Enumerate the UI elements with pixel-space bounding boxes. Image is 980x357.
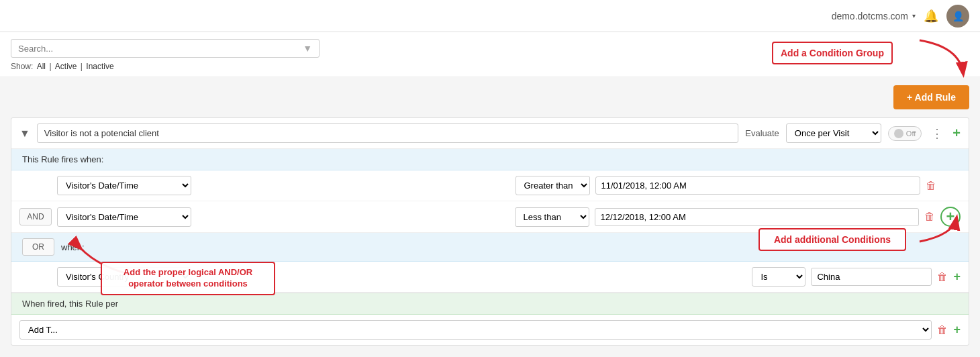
or-header-label: when:	[61, 242, 85, 252]
and-logic-button[interactable]: AND	[19, 208, 52, 225]
or-section-header: OR when:	[11, 233, 969, 262]
delete-condition-button-1[interactable]: 🗑	[926, 180, 936, 192]
rule-toggle[interactable]: Off	[888, 126, 922, 141]
search-bar-row: ▼ Show: All | Active | Inactive	[0, 32, 980, 77]
filter-all-link[interactable]: All	[37, 62, 46, 71]
add-condition-button-3[interactable]: +	[953, 270, 961, 284]
condition-op-select-3[interactable]: Is Is not	[752, 267, 805, 287]
top-actions-row: + Add Rule	[0, 77, 980, 117]
condition-op-select-1[interactable]: Greater than Less than Equals	[516, 176, 590, 195]
show-filter: Show: All | Active | Inactive	[11, 62, 969, 71]
condition-type-select-2[interactable]: Visitor's Date/Time	[57, 207, 191, 227]
top-header: demo.dotcms.com ▾ 🔔 👤	[0, 0, 980, 32]
domain-label: demo.dotcms.com	[832, 11, 908, 21]
condition-value-input-2[interactable]	[595, 208, 920, 226]
filter-icon: ▼	[303, 43, 312, 54]
search-container: ▼	[11, 39, 320, 58]
add-condition-group-button[interactable]: +	[952, 125, 961, 141]
add-rule-button[interactable]: + Add Rule	[893, 85, 969, 109]
filter-active-link[interactable]: Active	[55, 62, 77, 71]
action-section-header: When fired, this Rule per	[11, 293, 969, 315]
condition-section-header: This Rule fires when:	[11, 149, 969, 170]
rule-expand-button[interactable]: ▼	[19, 128, 30, 140]
delete-condition-button-2[interactable]: 🗑	[924, 211, 935, 223]
rule-more-button[interactable]: ⋮	[928, 126, 946, 141]
delete-condition-button-3[interactable]: 🗑	[937, 271, 948, 283]
evaluate-label: Evaluate	[745, 128, 779, 138]
condition-value-input-1[interactable]	[595, 176, 921, 195]
domain-selector[interactable]: demo.dotcms.com ▾	[832, 11, 916, 21]
add-condition-button[interactable]: +	[940, 207, 961, 227]
rule-header: ▼ Evaluate Once per Visit Every Page Onc…	[11, 118, 969, 149]
condition-type-select-3[interactable]: Visitor's Country	[57, 267, 191, 287]
toggle-label: Off	[906, 130, 916, 138]
user-avatar[interactable]: 👤	[946, 5, 969, 28]
condition-value-input-3[interactable]	[811, 268, 932, 286]
or-logic-button[interactable]: OR	[22, 238, 54, 256]
condition-row-3: Visitor's Country Is Is not 🗑 +	[11, 262, 969, 293]
add-trigger-row: Add T... 🗑 +	[11, 315, 969, 345]
rule-section: ▼ Evaluate Once per Visit Every Page Onc…	[11, 117, 969, 346]
delete-trigger-button[interactable]: 🗑	[937, 324, 948, 336]
search-input[interactable]	[18, 44, 297, 54]
evaluate-select[interactable]: Once per Visit Every Page Once per Sessi…	[786, 123, 881, 143]
condition-type-select-1[interactable]: Visitor's Date/Time	[57, 176, 191, 195]
rule-name-input[interactable]	[37, 123, 738, 143]
condition-op-select-2[interactable]: Less than Greater than Equals	[515, 207, 589, 227]
filter-inactive-link[interactable]: Inactive	[86, 62, 113, 71]
condition-row: Visitor's Date/Time Greater than Less th…	[11, 170, 969, 201]
add-trigger-select[interactable]: Add T...	[19, 320, 932, 340]
domain-chevron: ▾	[912, 12, 916, 19]
avatar-letter: 👤	[952, 11, 964, 21]
condition-row-2: AND Visitor's Date/Time Less than Greate…	[11, 201, 969, 233]
notification-bell-icon[interactable]: 🔔	[924, 9, 938, 23]
toggle-dot	[894, 129, 903, 138]
add-trigger-button[interactable]: +	[953, 323, 961, 337]
